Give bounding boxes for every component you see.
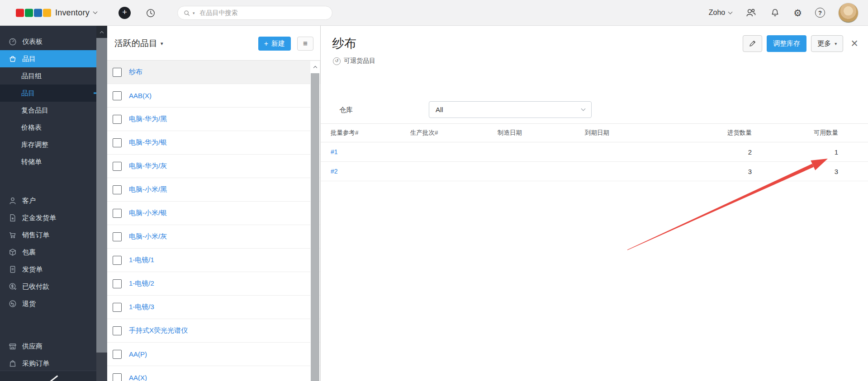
search-placeholder: 在品目中搜索 [200, 9, 238, 17]
item-checkbox[interactable] [113, 91, 122, 100]
pencil-icon [749, 40, 756, 47]
help-icon[interactable]: ? [815, 8, 825, 18]
sidebar-item[interactable]: 退货 [0, 295, 96, 312]
edit-pencil-button[interactable] [743, 35, 762, 52]
sidebar-item[interactable]: 仪表板 [0, 33, 96, 50]
list-scrollbar[interactable] [310, 61, 320, 381]
item-checkbox[interactable] [113, 232, 122, 241]
adjust-stock-button[interactable]: 调整库存 [767, 35, 806, 52]
item-checkbox[interactable] [113, 303, 122, 312]
item-name-link[interactable]: 纱布 [129, 68, 142, 76]
item-checkbox[interactable] [113, 256, 122, 265]
sidebar-item[interactable]: 定金发货单 [0, 209, 96, 226]
app-logo[interactable]: Inventory [16, 8, 97, 18]
item-checkbox[interactable] [113, 138, 122, 147]
topbar-right-cluster: Zoho ⚙ ? [709, 0, 859, 25]
item-row[interactable]: 1-电镜/3 [107, 296, 320, 319]
sidebar-item-label: 包裹 [22, 248, 36, 257]
close-icon[interactable]: × [851, 38, 858, 50]
list-options-button[interactable]: ≡ [297, 37, 313, 51]
item-checkbox[interactable] [113, 373, 122, 381]
item-checkbox[interactable] [113, 68, 122, 77]
item-name-link[interactable]: 1-电镜/2 [129, 279, 154, 288]
item-name-link[interactable]: 电脑-小米/灰 [129, 232, 167, 241]
list-scrollbar-thumb[interactable] [311, 73, 319, 381]
sidebar-item[interactable]: 包裹 [0, 244, 96, 261]
item-name-link[interactable]: 电脑-小米/黑 [129, 185, 167, 194]
item-checkbox[interactable] [113, 326, 122, 335]
item-name-link[interactable]: 手持式X荧光光谱仪 [129, 326, 188, 335]
sidebar-item[interactable]: 销售订单 [0, 226, 96, 244]
list-filter-dropdown[interactable]: 活跃的品目 ▾ [114, 38, 163, 49]
item-checkbox[interactable] [113, 350, 122, 359]
item-checkbox[interactable] [113, 115, 122, 124]
item-name-link[interactable]: AAB(X) [129, 92, 152, 99]
item-name-link[interactable]: AA(P) [129, 350, 147, 358]
scroll-up-button[interactable] [96, 26, 107, 38]
sidebar-item[interactable]: 品目 [0, 85, 96, 102]
item-row[interactable]: AA(X) [107, 366, 320, 381]
returns-icon [8, 299, 17, 308]
sidebar-item[interactable]: 库存调整 [0, 136, 96, 153]
item-checkbox[interactable] [113, 279, 122, 288]
customer-icon [8, 196, 17, 205]
user-avatar[interactable] [838, 3, 859, 23]
sidebar-item[interactable]: 价格表 [0, 119, 96, 136]
item-checkbox[interactable] [113, 162, 122, 171]
sidebar-item[interactable]: 品目 [0, 50, 96, 67]
warehouse-select[interactable]: All [429, 101, 592, 118]
shipment-icon [8, 265, 17, 274]
item-row[interactable]: 电脑-小米/黑 [107, 178, 320, 202]
item-name-link[interactable]: 1-电镜/3 [129, 303, 154, 311]
item-checkbox[interactable] [113, 185, 122, 194]
sidebar-item[interactable]: 发货单 [0, 261, 96, 278]
settings-gear-icon[interactable]: ⚙ [793, 8, 802, 18]
new-item-button[interactable]: + 新建 [258, 37, 291, 51]
caret-down-icon: ▾ [161, 41, 163, 47]
item-row[interactable]: 纱布 [107, 61, 320, 84]
sidebar-item[interactable]: 品目组 [0, 67, 96, 85]
search-scope-caret-icon[interactable]: ▾ [193, 11, 195, 15]
global-search-input[interactable]: ▾ 在品目中搜索 [177, 6, 332, 20]
batch-ref-link[interactable]: #2 [331, 168, 410, 175]
sidebar-item[interactable]: 转储单 [0, 153, 96, 170]
quick-create-button[interactable]: + [119, 7, 131, 19]
recent-history-icon[interactable] [145, 7, 157, 19]
sidebar-scrollbar-thumb[interactable] [96, 38, 107, 353]
sidebar-item[interactable]: 复合品目 [0, 102, 96, 119]
item-row[interactable]: 1-电镜/1 [107, 249, 320, 272]
item-row[interactable]: 1-电镜/2 [107, 272, 320, 296]
sales-order-icon [8, 230, 17, 240]
item-name-link[interactable]: 电脑-小米/银 [129, 209, 167, 217]
item-row[interactable]: 电脑-华为/银 [107, 131, 320, 155]
sidebar-nav: 仪表板 品目 品目组 品目 复合品目 价格表 库存调整 转储单 [0, 26, 96, 381]
item-name-link[interactable]: AA(X) [129, 374, 147, 381]
sidebar-scrollbar[interactable] [96, 26, 107, 381]
vendor-icon [8, 342, 17, 351]
item-row[interactable]: 电脑-华为/黑 [107, 108, 320, 131]
sidebar-item[interactable]: 供应商 [0, 338, 96, 355]
item-row[interactable]: 手持式X荧光光谱仪 [107, 319, 320, 343]
sidebar-item[interactable]: 采购订单 [0, 355, 96, 372]
org-menu[interactable]: Zoho [709, 9, 732, 17]
notifications-bell-icon[interactable] [770, 8, 780, 18]
sidebar-collapse-bar[interactable] [0, 371, 96, 381]
item-list-panel: 活跃的品目 ▾ + 新建 ≡ 纱布 AAB(X) 电脑-华为/黑 电脑-华为/银 [107, 26, 320, 381]
batch-ref-link[interactable]: #1 [331, 148, 410, 155]
sidebar-item[interactable]: 客户 [0, 192, 96, 209]
item-row[interactable]: AAB(X) [107, 84, 320, 108]
item-name-link[interactable]: 电脑-华为/银 [129, 138, 167, 147]
item-row[interactable]: AA(P) [107, 343, 320, 366]
item-name-link[interactable]: 电脑-华为/灰 [129, 162, 167, 170]
item-name-link[interactable]: 电脑-华为/黑 [129, 115, 167, 123]
item-checkbox[interactable] [113, 209, 122, 218]
sidebar-item-label: 定金发货单 [22, 214, 56, 222]
item-name-link[interactable]: 1-电镜/1 [129, 256, 154, 264]
item-row[interactable]: 电脑-华为/灰 [107, 155, 320, 178]
item-row[interactable]: 电脑-小米/灰 [107, 225, 320, 249]
scroll-up-button[interactable] [310, 61, 320, 73]
more-button[interactable]: 更多 ▾ [811, 35, 843, 52]
item-row[interactable]: 电脑-小米/银 [107, 202, 320, 225]
users-icon[interactable] [745, 7, 757, 18]
sidebar-item[interactable]: 已收付款 [0, 278, 96, 295]
